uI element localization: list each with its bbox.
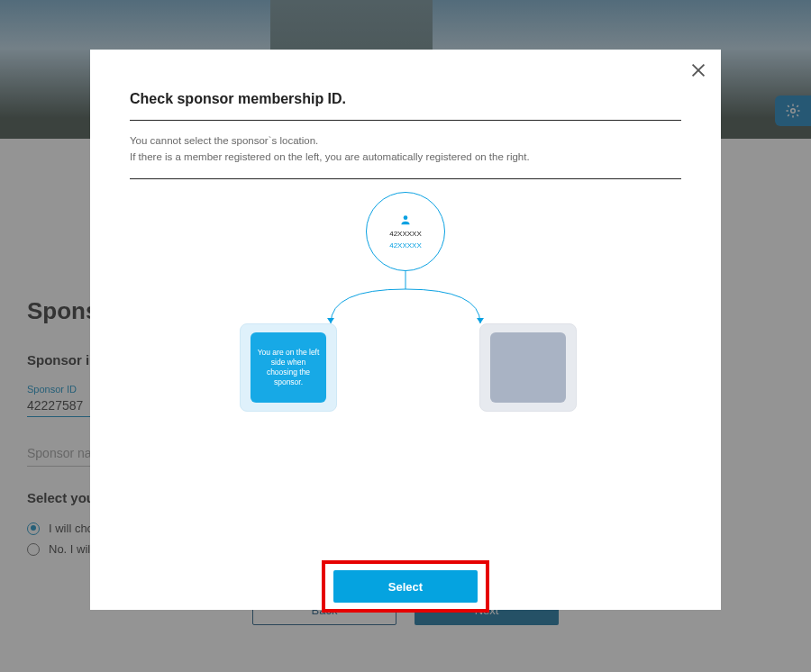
sponsor-tree-diagram: 42XXXXX 42XXXXX You are on the left side… (130, 192, 681, 462)
right-position-slot[interactable] (479, 323, 577, 412)
root-sponsor-node: 42XXXXX 42XXXXX (366, 192, 445, 271)
close-icon (688, 60, 708, 80)
sponsor-check-modal: Check sponsor membership ID. You cannot … (90, 50, 721, 610)
svg-marker-2 (327, 318, 334, 323)
modal-title: Check sponsor membership ID. (130, 91, 681, 120)
root-id-2: 42XXXXX (389, 241, 422, 250)
select-button-highlight: Select (322, 560, 489, 613)
person-icon (399, 213, 412, 226)
select-button[interactable]: Select (333, 570, 478, 603)
left-position-slot[interactable]: You are on the left side when choosing t… (240, 323, 337, 412)
left-slot-text: You are on the left side when choosing t… (251, 332, 326, 403)
divider (130, 120, 681, 121)
svg-point-1 (404, 215, 408, 220)
root-id-1: 42XXXXX (389, 230, 422, 238)
modal-helper-2: If there is a member registered on the l… (130, 150, 681, 166)
divider (130, 178, 681, 179)
right-slot-empty (490, 332, 566, 403)
modal-helper-1: You cannot select the sponsor`s location… (130, 133, 681, 150)
svg-marker-3 (477, 318, 484, 323)
close-button[interactable] (688, 60, 708, 84)
